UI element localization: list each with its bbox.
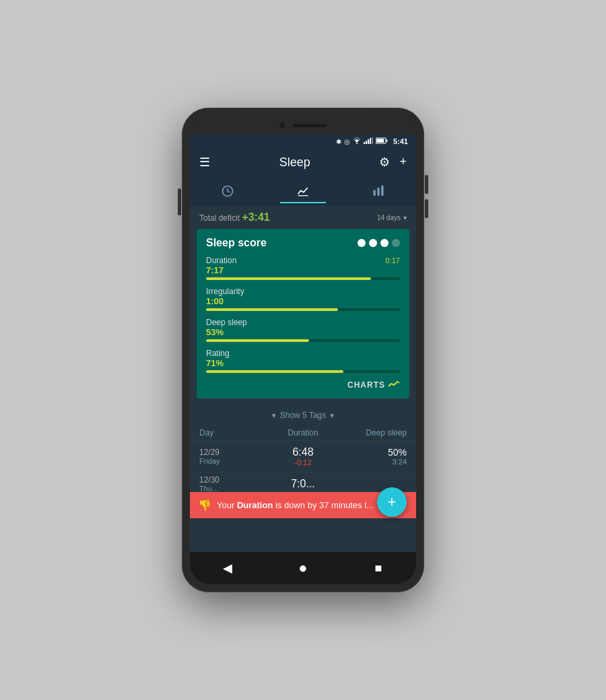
- metric-rating-label: Rating: [206, 349, 230, 358]
- tags-label: Show 5 Tags: [280, 411, 327, 420]
- metric-rating-value: 71%: [206, 358, 400, 368]
- table-header: Day Duration Deep sleep: [190, 425, 416, 440]
- metric-duration-bar-fill: [206, 277, 371, 280]
- metric-deep-sleep-bar-fill: [206, 339, 309, 342]
- signal-icon: [364, 137, 373, 145]
- svg-rect-8: [376, 139, 384, 143]
- duration-main-1230: 7:0...: [269, 478, 338, 490]
- svg-rect-14: [377, 188, 379, 196]
- score-dot-4: [392, 239, 400, 247]
- location-icon: ◎: [344, 138, 350, 145]
- score-dots: [358, 239, 400, 247]
- app-bar-right-icons: ⚙ +: [379, 155, 407, 170]
- duration-diff-1229: -0:12: [269, 458, 338, 466]
- svg-rect-3: [368, 139, 369, 144]
- dropdown-arrow-icon: ▾: [403, 214, 407, 221]
- phone-device: ✱ ◎: [182, 108, 424, 592]
- charts-label: CHARTS: [347, 380, 385, 390]
- duration-main-1229: 6:48: [269, 446, 338, 458]
- svg-rect-4: [370, 138, 371, 144]
- charts-trend-icon: [388, 380, 400, 390]
- tab-bar-chart[interactable]: [341, 179, 416, 203]
- status-time: 5:41: [393, 137, 408, 145]
- fab-add-button[interactable]: +: [377, 487, 407, 517]
- snackbar-thumb-icon: 👎: [198, 499, 211, 512]
- metric-rating: Rating 71%: [206, 349, 400, 373]
- date-1229: 12/29: [199, 448, 269, 457]
- metric-deep-sleep-header: Deep sleep: [206, 318, 400, 327]
- app-bar: ☰ Sleep ⚙ +: [190, 148, 416, 176]
- power-button[interactable]: [178, 188, 181, 215]
- metric-duration-header: Duration 0:17: [206, 256, 400, 265]
- metric-irregularity: Irregularity 1:00: [206, 287, 400, 311]
- metric-deep-sleep-value: 53%: [206, 327, 400, 337]
- volume-down-button[interactable]: [425, 199, 428, 218]
- metric-duration-bar-bg: [206, 277, 400, 280]
- metric-rating-header: Rating: [206, 349, 400, 358]
- metric-irregularity-value: 1:00: [206, 296, 400, 306]
- camera-dot: [279, 123, 285, 128]
- wifi-icon: [353, 137, 361, 145]
- sleep-card-header: Sleep score: [206, 237, 400, 249]
- col-header-duration: Duration: [269, 428, 338, 438]
- col-header-deep-sleep: Deep sleep: [337, 428, 407, 438]
- metric-irregularity-bar-bg: [206, 308, 400, 311]
- settings-button[interactable]: ⚙: [379, 155, 390, 170]
- cell-day-1230: 12/30 Thu...: [199, 475, 269, 493]
- svg-line-11: [228, 191, 230, 193]
- home-icon: ●: [298, 559, 307, 577]
- svg-rect-1: [364, 142, 365, 144]
- bottom-navigation: ◀ ● ■: [190, 552, 416, 584]
- cell-day-1229: 12/29 Friday: [199, 448, 269, 465]
- metric-irregularity-label: Irregularity: [206, 287, 244, 296]
- metric-irregularity-header: Irregularity: [206, 287, 400, 296]
- deepsleep-time-1229: 3:24: [337, 458, 407, 466]
- metric-deep-sleep-label: Deep sleep: [206, 318, 247, 327]
- total-deficit-text: Total deficit: [199, 213, 242, 223]
- dayname-friday: Friday: [199, 457, 269, 465]
- svg-rect-13: [374, 190, 376, 195]
- days-value: 14 days: [377, 214, 401, 221]
- main-content: Total deficit +3:41 14 days ▾ Sleep scor…: [190, 206, 416, 552]
- tab-line-chart[interactable]: [265, 179, 341, 203]
- filter-bar: Total deficit +3:41 14 days ▾: [190, 206, 416, 229]
- metric-rating-bar-bg: [206, 370, 400, 373]
- table-row[interactable]: 12/29 Friday 6:48 -0:12 50% 3:24: [190, 440, 416, 472]
- back-icon: ◀: [223, 561, 232, 575]
- cell-duration-1229: 6:48 -0:12: [269, 446, 338, 466]
- tab-clock[interactable]: [190, 179, 265, 203]
- metric-irregularity-bar-fill: [206, 308, 338, 311]
- metric-duration: Duration 0:17 7:17: [206, 256, 400, 280]
- bluetooth-icon: ✱: [336, 138, 341, 145]
- svg-rect-5: [372, 137, 373, 144]
- sleep-score-card: Sleep score Duration 0:17 7:17: [197, 229, 409, 398]
- col-header-day: Day: [199, 428, 269, 438]
- phone-screen: ✱ ◎: [190, 116, 416, 584]
- cell-deepsleep-1229: 50% 3:24: [337, 447, 407, 466]
- tags-right-arrow-icon: ▼: [329, 412, 335, 419]
- svg-rect-2: [366, 141, 367, 144]
- charts-link[interactable]: CHARTS: [206, 380, 400, 390]
- deficit-value: +3:41: [242, 211, 269, 223]
- days-selector[interactable]: 14 days ▾: [377, 214, 407, 221]
- menu-button[interactable]: ☰: [199, 155, 210, 170]
- recents-icon: ■: [375, 561, 382, 575]
- tags-row[interactable]: ▼ Show 5 Tags ▼: [190, 405, 416, 425]
- back-button[interactable]: ◀: [214, 555, 241, 582]
- phone-notch: [190, 116, 416, 135]
- home-button[interactable]: ●: [290, 555, 316, 582]
- cell-duration-1230: 7:0...: [269, 478, 338, 490]
- deepsleep-pct-1229: 50%: [337, 447, 407, 458]
- speaker-bar: [293, 124, 327, 127]
- recents-button[interactable]: ■: [365, 555, 392, 582]
- svg-rect-15: [381, 186, 383, 196]
- battery-icon: [376, 137, 388, 145]
- add-button[interactable]: +: [399, 155, 407, 170]
- metric-deep-sleep: Deep sleep 53%: [206, 318, 400, 342]
- navigation-tabs: [190, 176, 416, 206]
- metric-duration-label: Duration: [206, 256, 236, 265]
- svg-point-0: [356, 143, 358, 144]
- volume-up-button[interactable]: [425, 175, 428, 194]
- metric-rating-bar-fill: [206, 370, 343, 373]
- svg-rect-7: [386, 140, 387, 142]
